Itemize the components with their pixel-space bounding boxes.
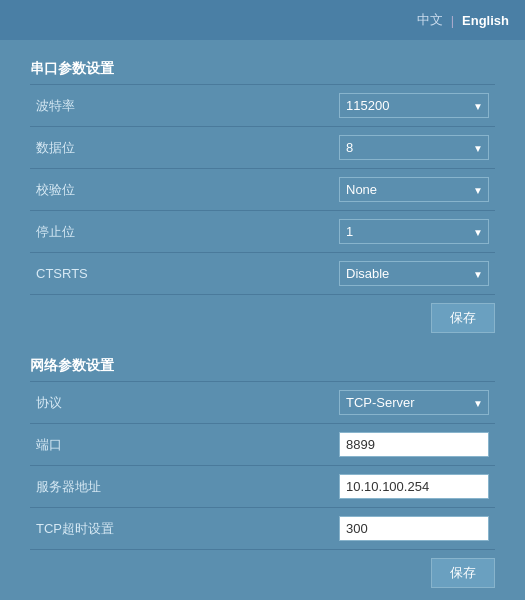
table-row: 停止位 1 1.5 2	[30, 211, 495, 253]
protocol-select[interactable]: TCP-Server TCP-Client UDP	[339, 390, 489, 415]
serial-form-table: 波特率 9600 19200 38400 57600 115200 230400	[30, 84, 495, 295]
parity-select[interactable]: None Odd Even Mark Space	[339, 177, 489, 202]
table-row: 端口	[30, 424, 495, 466]
baud-rate-select[interactable]: 9600 19200 38400 57600 115200 230400	[339, 93, 489, 118]
serial-section-title: 串口参数设置	[30, 60, 495, 78]
top-bar: 中文 | English	[0, 0, 525, 40]
table-row: TCP超时设置	[30, 508, 495, 550]
table-row: 服务器地址	[30, 466, 495, 508]
ctsrts-select-wrapper: Disable Enable	[339, 261, 489, 286]
stop-bits-select-wrapper: 1 1.5 2	[339, 219, 489, 244]
serial-save-button[interactable]: 保存	[431, 303, 495, 333]
parity-label: 校验位	[30, 169, 190, 211]
ctsrts-select[interactable]: Disable Enable	[339, 261, 489, 286]
table-row: 波特率 9600 19200 38400 57600 115200 230400	[30, 85, 495, 127]
protocol-label: 协议	[30, 382, 190, 424]
server-address-input[interactable]	[339, 474, 489, 499]
data-bits-select-wrapper: 5 6 7 8	[339, 135, 489, 160]
server-address-label: 服务器地址	[30, 466, 190, 508]
table-row: CTSRTS Disable Enable	[30, 253, 495, 295]
tcp-timeout-label: TCP超时设置	[30, 508, 190, 550]
ctsrts-label: CTSRTS	[30, 253, 190, 295]
network-section: 网络参数设置 协议 TCP-Server TCP-Client UDP 端口	[30, 357, 495, 592]
port-input[interactable]	[339, 432, 489, 457]
network-save-row: 保存	[30, 550, 495, 592]
tcp-timeout-input[interactable]	[339, 516, 489, 541]
main-content: 串口参数设置 波特率 9600 19200 38400 57600 115200…	[0, 40, 525, 600]
network-form-table: 协议 TCP-Server TCP-Client UDP 端口	[30, 381, 495, 550]
protocol-select-wrapper: TCP-Server TCP-Client UDP	[339, 390, 489, 415]
table-row: 校验位 None Odd Even Mark Space	[30, 169, 495, 211]
network-section-title: 网络参数设置	[30, 357, 495, 375]
parity-select-wrapper: None Odd Even Mark Space	[339, 177, 489, 202]
serial-section: 串口参数设置 波特率 9600 19200 38400 57600 115200…	[30, 60, 495, 337]
table-row: 数据位 5 6 7 8	[30, 127, 495, 169]
network-save-button[interactable]: 保存	[431, 558, 495, 588]
lang-divider: |	[451, 13, 454, 28]
stop-bits-select[interactable]: 1 1.5 2	[339, 219, 489, 244]
lang-zh-link[interactable]: 中文	[417, 11, 443, 29]
stop-bits-label: 停止位	[30, 211, 190, 253]
baud-rate-label: 波特率	[30, 85, 190, 127]
baud-rate-select-wrapper: 9600 19200 38400 57600 115200 230400	[339, 93, 489, 118]
lang-en-link[interactable]: English	[462, 13, 509, 28]
data-bits-select[interactable]: 5 6 7 8	[339, 135, 489, 160]
serial-save-row: 保存	[30, 295, 495, 337]
port-label: 端口	[30, 424, 190, 466]
data-bits-label: 数据位	[30, 127, 190, 169]
table-row: 协议 TCP-Server TCP-Client UDP	[30, 382, 495, 424]
